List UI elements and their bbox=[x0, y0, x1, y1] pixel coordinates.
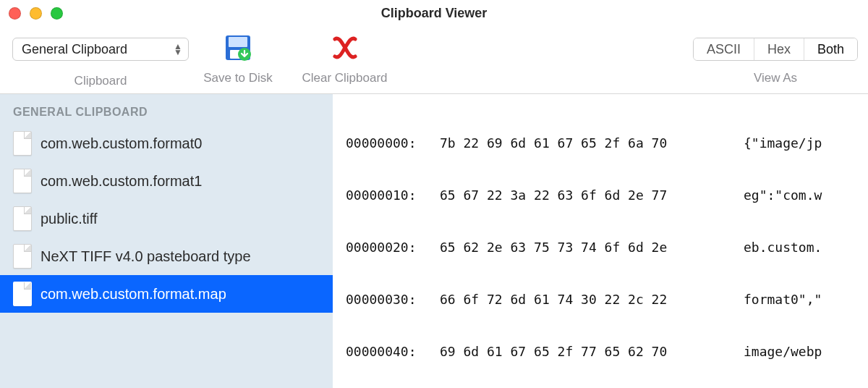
close-window-button[interactable] bbox=[9, 7, 21, 20]
hex-row: 00000010: 65 67 22 3a 22 63 6f 6d 2e 77 … bbox=[346, 187, 855, 204]
hex-bytes: 7b 22 69 6d 61 67 65 2f 6a 70 bbox=[440, 135, 744, 152]
document-icon bbox=[13, 131, 32, 156]
sidebar-item-label: NeXT TIFF v4.0 pasteboard type bbox=[41, 248, 251, 265]
hex-bytes: 66 6f 72 6d 61 74 30 22 2c 22 bbox=[440, 291, 744, 308]
hex-row: 00000030: 66 6f 72 6d 61 74 30 22 2c 22 … bbox=[346, 291, 855, 308]
sidebar-item[interactable]: com.web.custom.format1 bbox=[0, 162, 333, 200]
clear-label: Clear Clipboard bbox=[302, 71, 387, 85]
sidebar-item[interactable]: NeXT TIFF v4.0 pasteboard type bbox=[0, 237, 333, 275]
view-as-both[interactable]: Both bbox=[804, 38, 857, 60]
save-to-disk-button[interactable] bbox=[223, 30, 253, 65]
toolbar-save-section: Save to Disk bbox=[191, 30, 285, 85]
hex-offset: 00000020: bbox=[346, 239, 440, 256]
clear-clipboard-button[interactable] bbox=[331, 30, 359, 65]
clipboard-selector[interactable]: General Clipboard ▲▼ bbox=[12, 38, 189, 61]
sidebar-item[interactable]: com.web.custom.format0 bbox=[0, 125, 333, 162]
window-title: Clipboard Viewer bbox=[0, 6, 868, 21]
viewas-label: View As bbox=[754, 71, 797, 85]
document-icon bbox=[13, 206, 32, 231]
hex-ascii: {"image/jp bbox=[744, 135, 855, 152]
sidebar-item-label: public.tiff bbox=[41, 211, 98, 227]
hex-ascii: eb.custom. bbox=[744, 239, 855, 256]
sidebar-header: GENERAL CLIPBOARD bbox=[0, 98, 333, 125]
content-area: GENERAL CLIPBOARD com.web.custom.format0… bbox=[0, 94, 868, 388]
sidebar-item[interactable]: public.tiff bbox=[0, 200, 333, 237]
sidebar-item-label: com.web.custom.format1 bbox=[41, 173, 202, 190]
hex-view: 00000000: 7b 22 69 6d 61 67 65 2f 6a 70 … bbox=[333, 94, 868, 388]
updown-chevron-icon: ▲▼ bbox=[174, 43, 182, 55]
toolbar-clipboard-section: General Clipboard ▲▼ Clipboard bbox=[10, 30, 191, 88]
sidebar-item-label: com.web.custom.format.map bbox=[41, 286, 226, 303]
red-x-icon bbox=[331, 33, 359, 62]
hex-offset: 00000030: bbox=[346, 291, 440, 308]
hex-bytes: 65 67 22 3a 22 63 6f 6d 2e 77 bbox=[440, 187, 744, 204]
clipboard-selector-value: General Clipboard bbox=[22, 42, 127, 57]
zoom-window-button[interactable] bbox=[51, 7, 63, 20]
hex-offset: 00000000: bbox=[346, 135, 440, 152]
document-icon bbox=[13, 169, 32, 193]
traffic-lights bbox=[9, 7, 63, 20]
hex-offset: 00000010: bbox=[346, 187, 440, 204]
hex-ascii: eg":"com.w bbox=[744, 187, 855, 204]
hex-ascii: image/webp bbox=[744, 343, 855, 360]
hex-ascii: format0"," bbox=[744, 291, 855, 308]
titlebar: Clipboard Viewer bbox=[0, 0, 868, 26]
clipboard-label: Clipboard bbox=[75, 74, 127, 88]
floppy-disk-icon bbox=[223, 33, 253, 63]
hex-bytes: 65 62 2e 63 75 73 74 6f 6d 2e bbox=[440, 239, 744, 256]
hex-offset: 00000040: bbox=[346, 343, 440, 360]
save-label: Save to Disk bbox=[203, 71, 272, 85]
sidebar-item-label: com.web.custom.format0 bbox=[41, 135, 202, 152]
minimize-window-button[interactable] bbox=[30, 7, 42, 20]
document-icon bbox=[13, 282, 32, 306]
document-icon bbox=[13, 244, 32, 269]
sidebar: GENERAL CLIPBOARD com.web.custom.format0… bbox=[0, 94, 333, 388]
hex-row: 00000040: 69 6d 61 67 65 2f 77 65 62 70 … bbox=[346, 343, 855, 360]
toolbar-viewas-section: ASCII Hex Both View As bbox=[693, 30, 858, 85]
view-as-segmented: ASCII Hex Both bbox=[693, 38, 858, 61]
hex-row: 00000020: 65 62 2e 63 75 73 74 6f 6d 2e … bbox=[346, 239, 855, 256]
hex-row: 00000000: 7b 22 69 6d 61 67 65 2f 6a 70 … bbox=[346, 135, 855, 152]
svg-rect-1 bbox=[229, 37, 247, 47]
sidebar-item[interactable]: com.web.custom.format.map bbox=[0, 275, 333, 313]
view-as-ascii[interactable]: ASCII bbox=[694, 38, 754, 60]
toolbar: General Clipboard ▲▼ Clipboard Save to D… bbox=[0, 26, 868, 94]
hex-bytes: 69 6d 61 67 65 2f 77 65 62 70 bbox=[440, 343, 744, 360]
toolbar-clear-section: Clear Clipboard bbox=[285, 30, 404, 85]
view-as-hex[interactable]: Hex bbox=[754, 38, 804, 60]
